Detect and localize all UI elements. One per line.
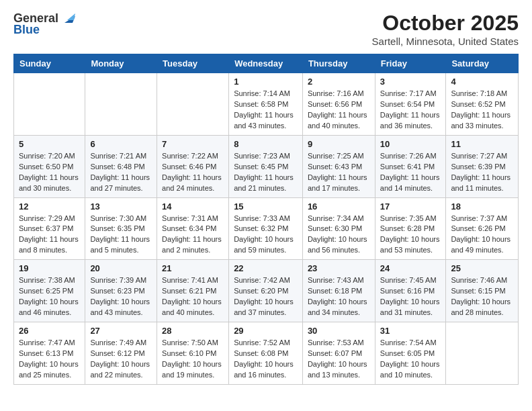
day-number: 19 [19, 263, 80, 273]
day-info: Sunrise: 7:26 AMSunset: 6:41 PMDaylight:… [380, 151, 441, 194]
day-info: Sunrise: 7:31 AMSunset: 6:34 PMDaylight:… [162, 214, 224, 257]
calendar-cell: 23Sunrise: 7:43 AMSunset: 6:18 PMDayligh… [302, 260, 375, 322]
calendar-cell: 19Sunrise: 7:38 AMSunset: 6:25 PMDayligh… [14, 260, 85, 322]
day-number: 26 [19, 326, 80, 336]
calendar-cell: 26Sunrise: 7:47 AMSunset: 6:13 PMDayligh… [14, 322, 85, 385]
day-number: 7 [162, 139, 224, 149]
calendar-week-row: 1Sunrise: 7:14 AMSunset: 6:58 PMDaylight… [14, 73, 519, 136]
day-info: Sunrise: 7:42 AMSunset: 6:20 PMDaylight:… [234, 275, 298, 318]
day-info: Sunrise: 7:43 AMSunset: 6:18 PMDaylight:… [308, 275, 370, 318]
calendar-cell: 9Sunrise: 7:25 AMSunset: 6:43 PMDaylight… [302, 135, 375, 197]
day-info: Sunrise: 7:46 AMSunset: 6:15 PMDaylight:… [451, 275, 513, 318]
logo: General Blue [13, 11, 75, 37]
calendar-cell: 16Sunrise: 7:34 AMSunset: 6:30 PMDayligh… [302, 197, 375, 260]
weekday-header: Monday [85, 54, 157, 73]
calendar-cell: 2Sunrise: 7:16 AMSunset: 6:56 PMDaylight… [302, 73, 375, 136]
day-info: Sunrise: 7:20 AMSunset: 6:50 PMDaylight:… [19, 151, 80, 194]
day-info: Sunrise: 7:34 AMSunset: 6:30 PMDaylight:… [308, 214, 370, 257]
weekday-header: Sunday [14, 54, 85, 73]
day-info: Sunrise: 7:27 AMSunset: 6:39 PMDaylight:… [451, 151, 513, 194]
day-number: 11 [451, 139, 513, 149]
day-number: 24 [380, 263, 441, 273]
calendar-cell: 31Sunrise: 7:54 AMSunset: 6:05 PMDayligh… [375, 322, 446, 385]
weekday-header: Friday [375, 54, 446, 73]
svg-marker-1 [67, 13, 75, 20]
day-number: 15 [234, 201, 298, 212]
day-number: 12 [19, 201, 80, 212]
calendar-cell: 30Sunrise: 7:53 AMSunset: 6:07 PMDayligh… [302, 322, 375, 385]
calendar-cell: 11Sunrise: 7:27 AMSunset: 6:39 PMDayligh… [446, 135, 519, 197]
calendar-cell [446, 322, 519, 385]
calendar-cell: 14Sunrise: 7:31 AMSunset: 6:34 PMDayligh… [157, 197, 229, 260]
calendar-cell: 8Sunrise: 7:23 AMSunset: 6:45 PMDaylight… [229, 135, 303, 197]
day-info: Sunrise: 7:33 AMSunset: 6:32 PMDaylight:… [234, 214, 298, 257]
day-info: Sunrise: 7:41 AMSunset: 6:21 PMDaylight:… [162, 275, 224, 318]
day-info: Sunrise: 7:50 AMSunset: 6:10 PMDaylight:… [162, 338, 224, 381]
calendar-cell: 12Sunrise: 7:29 AMSunset: 6:37 PMDayligh… [14, 197, 85, 260]
day-info: Sunrise: 7:16 AMSunset: 6:56 PMDaylight:… [308, 89, 370, 132]
day-number: 27 [90, 326, 152, 336]
location: Sartell, Minnesota, United States [372, 36, 519, 47]
title-block: October 2025 Sartell, Minnesota, United … [372, 11, 519, 47]
calendar-cell: 25Sunrise: 7:46 AMSunset: 6:15 PMDayligh… [446, 260, 519, 322]
day-number: 18 [451, 201, 513, 212]
day-info: Sunrise: 7:17 AMSunset: 6:54 PMDaylight:… [380, 89, 441, 132]
calendar-cell [14, 73, 85, 136]
calendar-cell: 27Sunrise: 7:49 AMSunset: 6:12 PMDayligh… [85, 322, 157, 385]
day-info: Sunrise: 7:18 AMSunset: 6:52 PMDaylight:… [451, 89, 513, 132]
calendar-cell: 4Sunrise: 7:18 AMSunset: 6:52 PMDaylight… [446, 73, 519, 136]
day-info: Sunrise: 7:21 AMSunset: 6:48 PMDaylight:… [90, 151, 152, 194]
day-number: 22 [234, 263, 298, 273]
calendar-week-row: 26Sunrise: 7:47 AMSunset: 6:13 PMDayligh… [14, 322, 519, 385]
calendar-cell: 22Sunrise: 7:42 AMSunset: 6:20 PMDayligh… [229, 260, 303, 322]
weekday-header: Thursday [302, 54, 375, 73]
day-number: 16 [308, 201, 370, 212]
day-number: 9 [308, 139, 370, 149]
calendar-cell: 7Sunrise: 7:22 AMSunset: 6:46 PMDaylight… [157, 135, 229, 197]
calendar-table: SundayMondayTuesdayWednesdayThursdayFrid… [13, 54, 519, 385]
day-info: Sunrise: 7:53 AMSunset: 6:07 PMDaylight:… [308, 338, 370, 381]
weekday-header: Saturday [446, 54, 519, 73]
calendar-cell [85, 73, 157, 136]
day-info: Sunrise: 7:23 AMSunset: 6:45 PMDaylight:… [234, 151, 298, 194]
weekday-header: Tuesday [157, 54, 229, 73]
day-number: 2 [308, 77, 370, 87]
day-info: Sunrise: 7:54 AMSunset: 6:05 PMDaylight:… [380, 338, 441, 381]
calendar-cell: 5Sunrise: 7:20 AMSunset: 6:50 PMDaylight… [14, 135, 85, 197]
logo-icon [60, 11, 75, 26]
day-number: 5 [19, 139, 80, 149]
day-number: 13 [90, 201, 152, 212]
weekday-header-row: SundayMondayTuesdayWednesdayThursdayFrid… [14, 54, 519, 73]
day-info: Sunrise: 7:35 AMSunset: 6:28 PMDaylight:… [380, 214, 441, 257]
day-number: 30 [308, 326, 370, 336]
day-number: 4 [451, 77, 513, 87]
page-header: General Blue October 2025 Sartell, Minne… [13, 11, 519, 47]
day-number: 6 [90, 139, 152, 149]
calendar-cell: 17Sunrise: 7:35 AMSunset: 6:28 PMDayligh… [375, 197, 446, 260]
day-info: Sunrise: 7:30 AMSunset: 6:35 PMDaylight:… [90, 214, 152, 257]
day-info: Sunrise: 7:22 AMSunset: 6:46 PMDaylight:… [162, 151, 224, 194]
day-number: 17 [380, 201, 441, 212]
calendar-cell: 15Sunrise: 7:33 AMSunset: 6:32 PMDayligh… [229, 197, 303, 260]
calendar-week-row: 12Sunrise: 7:29 AMSunset: 6:37 PMDayligh… [14, 197, 519, 260]
calendar-week-row: 19Sunrise: 7:38 AMSunset: 6:25 PMDayligh… [14, 260, 519, 322]
day-number: 1 [234, 77, 298, 87]
month-title: October 2025 [372, 11, 519, 36]
calendar-cell: 13Sunrise: 7:30 AMSunset: 6:35 PMDayligh… [85, 197, 157, 260]
calendar-cell: 28Sunrise: 7:50 AMSunset: 6:10 PMDayligh… [157, 322, 229, 385]
day-number: 28 [162, 326, 224, 336]
calendar-week-row: 5Sunrise: 7:20 AMSunset: 6:50 PMDaylight… [14, 135, 519, 197]
day-info: Sunrise: 7:39 AMSunset: 6:23 PMDaylight:… [90, 275, 152, 318]
day-info: Sunrise: 7:52 AMSunset: 6:08 PMDaylight:… [234, 338, 298, 381]
calendar-cell: 6Sunrise: 7:21 AMSunset: 6:48 PMDaylight… [85, 135, 157, 197]
day-number: 25 [451, 263, 513, 273]
calendar-cell: 29Sunrise: 7:52 AMSunset: 6:08 PMDayligh… [229, 322, 303, 385]
weekday-header: Wednesday [229, 54, 303, 73]
day-number: 14 [162, 201, 224, 212]
day-info: Sunrise: 7:14 AMSunset: 6:58 PMDaylight:… [234, 89, 298, 132]
day-number: 29 [234, 326, 298, 336]
day-number: 21 [162, 263, 224, 273]
calendar-cell: 1Sunrise: 7:14 AMSunset: 6:58 PMDaylight… [229, 73, 303, 136]
calendar-cell [157, 73, 229, 136]
calendar-cell: 20Sunrise: 7:39 AMSunset: 6:23 PMDayligh… [85, 260, 157, 322]
